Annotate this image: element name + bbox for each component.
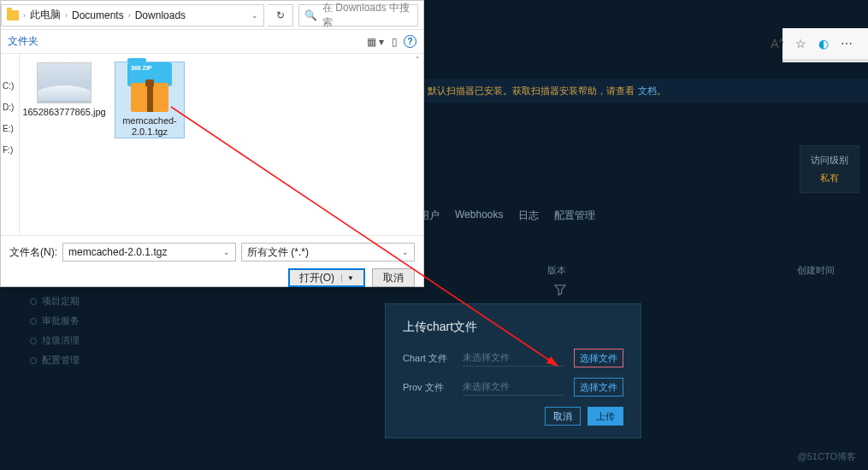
- upload-chart-dialog: 上传chart文件 Chart 文件 未选择文件 选择文件 Prov 文件 未选…: [385, 303, 641, 438]
- file-filter-value: 所有文件 (*.*): [247, 245, 309, 260]
- crumb-pc[interactable]: 此电脑: [30, 8, 61, 22]
- side-menu: 项目定期 审批服务 垃圾清理 配置管理: [30, 295, 80, 367]
- chevron-right-icon: ›: [23, 11, 26, 20]
- scroll-up-icon[interactable]: ˄: [416, 56, 420, 64]
- access-level-box: 访问级别 私有: [800, 145, 859, 193]
- upload-cancel-button[interactable]: 取消: [545, 407, 581, 426]
- side-item[interactable]: 项目定期: [30, 295, 80, 308]
- browser-toolbar: AA ☆ ◐ ⋯: [782, 28, 868, 59]
- extension-icon[interactable]: ◐: [818, 37, 829, 50]
- bullet-icon: [30, 357, 37, 364]
- access-title: 访问级别: [811, 154, 848, 167]
- chart-file-label: Chart 文件: [403, 352, 452, 365]
- favorite-icon[interactable]: ☆: [795, 37, 806, 50]
- view-mode-button[interactable]: ▦ ▾: [366, 33, 385, 50]
- col-version: 版本: [547, 264, 566, 277]
- breadcrumb[interactable]: › 此电脑 › Documents › Downloads ⌄: [1, 4, 264, 26]
- side-item[interactable]: 配置管理: [30, 354, 80, 367]
- text-size-icon[interactable]: AA: [771, 37, 783, 50]
- chevron-down-icon[interactable]: ⌄: [251, 11, 258, 20]
- dialog-body: C:)D:) E:)F:) ˄ 1652863777865.jpg 360 ZI…: [1, 54, 423, 235]
- search-icon: 🔍: [304, 9, 317, 21]
- file-item-jpg[interactable]: 1652863777865.jpg: [30, 62, 98, 118]
- chevron-down-icon[interactable]: ⌄: [223, 248, 230, 256]
- divider: [782, 59, 868, 62]
- split-arrow-icon[interactable]: ▼: [341, 274, 354, 282]
- file-item-tgz[interactable]: 360 ZIP memcached-2.0.1.tgz: [115, 62, 184, 138]
- app-tabs: 用户 Webhooks 日志 配置管理: [419, 209, 595, 223]
- file-open-dialog: › 此电脑 › Documents › Downloads ⌄ ↻ 🔍 在 Do…: [0, 0, 424, 287]
- folder-icon: [7, 10, 19, 21]
- crumb-documents[interactable]: Documents: [72, 9, 124, 21]
- prov-file-row: Prov 文件 未选择文件 选择文件: [403, 378, 623, 397]
- filename-input[interactable]: memcached-2.0.1.tgz ⌄: [62, 243, 236, 261]
- file-filter-select[interactable]: 所有文件 (*.*) ⌄: [241, 243, 415, 261]
- dialog-footer: 文件名(N): memcached-2.0.1.tgz ⌄ 所有文件 (*.*)…: [1, 235, 423, 296]
- file-name: memcached-2.0.1.tgz: [115, 115, 184, 138]
- open-button[interactable]: 打开(O)▼: [288, 268, 365, 287]
- col-created: 创建时间: [797, 264, 835, 277]
- select-chart-button[interactable]: 选择文件: [574, 349, 623, 367]
- preview-pane-button[interactable]: ▯: [385, 33, 404, 50]
- bullet-icon: [30, 318, 37, 325]
- dialog-toolbar: 文件夹 ▦ ▾ ▯ ?: [1, 30, 423, 54]
- refresh-button[interactable]: ↻: [268, 4, 293, 26]
- image-thumbnail: [37, 62, 92, 103]
- filter-icon[interactable]: [554, 284, 566, 296]
- chevron-right-icon: ›: [128, 11, 131, 20]
- tab-config[interactable]: 配置管理: [554, 209, 595, 223]
- help-icon[interactable]: ?: [404, 35, 416, 48]
- chart-file-value: 未选择文件: [463, 350, 564, 367]
- chevron-right-icon: ›: [65, 11, 68, 20]
- folder-label[interactable]: 文件夹: [8, 34, 38, 49]
- watermark: @51CTO博客: [798, 450, 856, 463]
- notice-text: 默认扫描器已安装。获取扫描器安装帮助，请查看: [428, 85, 635, 97]
- upload-title: 上传chart文件: [403, 320, 623, 335]
- notice-link[interactable]: 文档: [638, 85, 657, 97]
- upload-actions: 取消 上传: [403, 407, 623, 426]
- search-placeholder: 在 Downloads 中搜索: [322, 1, 412, 30]
- prov-file-label: Prov 文件: [403, 381, 452, 394]
- file-name: 1652863777865.jpg: [22, 107, 105, 118]
- tab-logs[interactable]: 日志: [518, 209, 539, 223]
- chevron-down-icon[interactable]: ⌄: [402, 248, 409, 256]
- side-item[interactable]: 审批服务: [30, 314, 80, 327]
- access-value: 私有: [820, 172, 839, 185]
- chart-file-row: Chart 文件 未选择文件 选择文件: [403, 349, 623, 367]
- more-icon[interactable]: ⋯: [841, 37, 853, 50]
- prov-file-value: 未选择文件: [463, 379, 564, 396]
- bullet-icon: [30, 298, 37, 305]
- cancel-button[interactable]: 取消: [372, 268, 415, 287]
- side-item[interactable]: 垃圾清理: [30, 334, 80, 347]
- file-list[interactable]: ˄ 1652863777865.jpg 360 ZIP memcached-2.…: [20, 54, 423, 235]
- drive-tree[interactable]: C:)D:) E:)F:): [1, 54, 20, 235]
- upload-submit-button[interactable]: 上传: [588, 407, 623, 426]
- tab-webhooks[interactable]: Webhooks: [455, 209, 503, 223]
- bullet-icon: [30, 338, 37, 344]
- select-prov-button[interactable]: 选择文件: [574, 378, 623, 397]
- archive-thumbnail: 360 ZIP: [122, 62, 177, 112]
- address-row: › 此电脑 › Documents › Downloads ⌄ ↻ 🔍 在 Do…: [1, 1, 423, 30]
- crumb-downloads[interactable]: Downloads: [135, 9, 186, 21]
- filename-value: memcached-2.0.1.tgz: [68, 246, 167, 258]
- filename-label: 文件名(N):: [9, 245, 57, 260]
- search-input[interactable]: 🔍 在 Downloads 中搜索: [298, 4, 418, 26]
